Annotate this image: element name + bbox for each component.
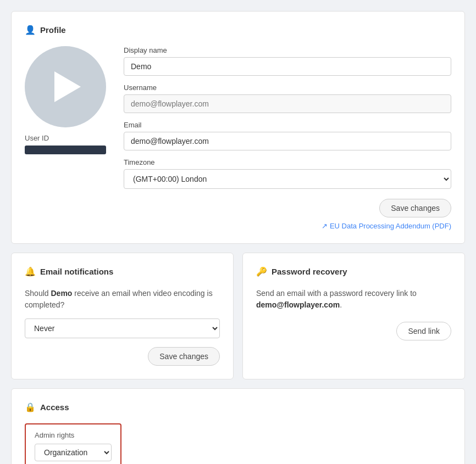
timezone-group: Timezone (GMT+00:00) London	[124, 158, 451, 189]
profile-icon: 👤	[25, 25, 36, 35]
password-recovery-title: Password recovery	[272, 267, 347, 276]
email-notifications-title: Email notifications	[40, 267, 113, 276]
email-group: Email	[124, 121, 451, 150]
display-name-group: Display name	[124, 46, 451, 76]
external-link-icon: ↗	[322, 222, 328, 230]
lock-icon: 🔒	[25, 402, 36, 412]
email-label: Email	[124, 121, 451, 129]
eu-link-text: EU Data Processing Addendum (PDF)	[330, 222, 451, 230]
user-id-bar	[25, 146, 106, 154]
username-input	[124, 94, 451, 113]
password-recovery-card: 🔑 Password recovery Send an email with a…	[242, 253, 465, 379]
two-col-row: 🔔 Email notifications Should Demo receiv…	[11, 253, 465, 379]
profile-card: 👤 Profile User ID Display name Username	[11, 11, 465, 244]
email-notifications-header: 🔔 Email notifications	[25, 266, 220, 277]
notification-pre: Should	[25, 289, 51, 298]
display-name-label: Display name	[124, 46, 451, 54]
send-link-button[interactable]: Send link	[396, 322, 451, 340]
profile-body: User ID Display name Username Email Time	[25, 46, 451, 217]
frequency-select[interactable]: Never	[25, 318, 220, 338]
profile-save-button[interactable]: Save changes	[379, 199, 451, 217]
eu-link-row: ↗ EU Data Processing Addendum (PDF)	[25, 222, 451, 230]
admin-rights-box: Admin rights Organization Workspace None	[25, 423, 121, 464]
password-description: Send an email with a password recovery l…	[256, 288, 451, 311]
email-notifications-card: 🔔 Email notifications Should Demo receiv…	[11, 253, 234, 379]
access-card: 🔒 Access Admin rights Organization Works…	[11, 388, 465, 464]
access-title: Access	[40, 402, 69, 412]
access-header: 🔒 Access	[25, 402, 451, 412]
display-name-input[interactable]	[124, 57, 451, 76]
password-post: .	[340, 300, 342, 309]
password-pre: Send an email with a password recovery l…	[256, 289, 417, 298]
email-notifications-save-row: Save changes	[25, 347, 220, 366]
page-container: 👤 Profile User ID Display name Username	[11, 11, 465, 464]
profile-left: User ID	[25, 46, 106, 217]
timezone-label: Timezone	[124, 158, 451, 166]
key-icon: 🔑	[256, 266, 267, 277]
profile-header: 👤 Profile	[25, 25, 451, 35]
bell-icon: 🔔	[25, 266, 36, 277]
play-icon	[54, 71, 81, 102]
avatar	[25, 46, 106, 127]
email-input[interactable]	[124, 132, 451, 150]
notification-user: Demo	[51, 289, 72, 298]
profile-right: Display name Username Email Timezone (GM…	[124, 46, 451, 217]
password-email: demo@flowplayer.com	[256, 300, 340, 309]
profile-save-row: Save changes	[124, 199, 451, 217]
timezone-select[interactable]: (GMT+00:00) London	[124, 169, 451, 189]
email-notifications-save-button[interactable]: Save changes	[148, 347, 220, 366]
username-label: Username	[124, 83, 451, 92]
admin-rights-select[interactable]: Organization Workspace None	[35, 444, 112, 461]
admin-rights-label: Admin rights	[35, 431, 112, 439]
password-recovery-header: 🔑 Password recovery	[256, 266, 451, 277]
notification-description: Should Demo receive an email when video …	[25, 288, 220, 311]
send-link-row: Send link	[256, 322, 451, 340]
eu-link[interactable]: ↗ EU Data Processing Addendum (PDF)	[322, 222, 451, 230]
user-id-label: User ID	[25, 134, 49, 142]
username-group: Username	[124, 83, 451, 113]
frequency-group: Never	[25, 318, 220, 338]
profile-title: Profile	[40, 25, 66, 35]
